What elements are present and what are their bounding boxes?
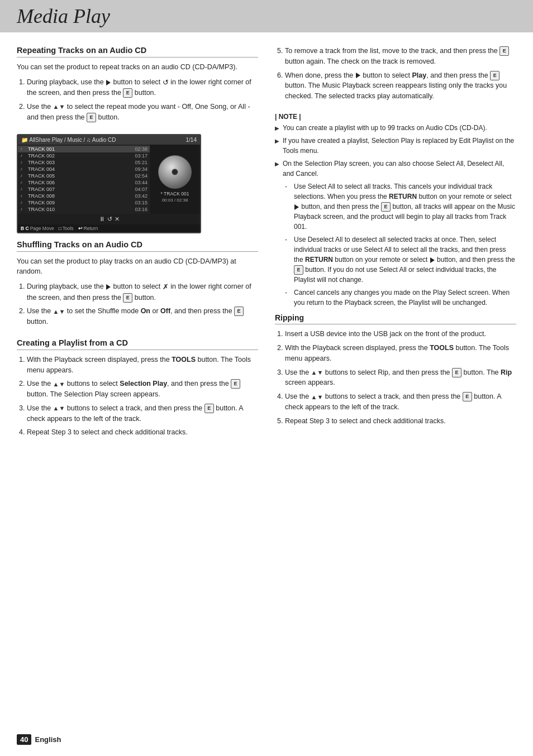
enter-button-icon2: E [87, 113, 96, 122]
track-icon: ♪ [20, 180, 27, 185]
note-bullet: ▶ [275, 137, 283, 145]
note-text: If you have created a playlist, Selectio… [283, 136, 516, 156]
updown-icon: ▲▼ [53, 404, 65, 413]
note-sub-item: - Cancel cancels any changes you made on… [285, 288, 516, 308]
main-content: Repeating Tracks on an Audio CD You can … [0, 32, 533, 466]
track-time: 04:07 [135, 186, 147, 192]
enter-button-icon: E [204, 404, 214, 413]
screen-nav-move: B C Page Move [21, 226, 54, 231]
enter-button-icon: E [123, 293, 132, 303]
section-playlist-steps: With the Playback screen displayed, pres… [17, 355, 258, 438]
screen-nav-return: ↩ Return [78, 226, 98, 231]
track-time: 09:34 [135, 166, 147, 172]
dash: - [285, 235, 294, 245]
screen-body: ♪ TRACK 001 02:38 ♪ TRACK 002 03:17 ♪ TR… [18, 145, 200, 214]
screen-topbar: 📁 AllShare Play / Music / ♫ Audio CD 1/1… [18, 135, 200, 145]
note-text: You can create a playlist with up to 99 … [283, 123, 487, 133]
step-item: Use the ▲▼ buttons to select a track, an… [285, 391, 516, 413]
track-time: 03:15 [135, 200, 147, 205]
step-item: Use the ▲▼ buttons to select a track, an… [27, 403, 258, 424]
screen-controls: ⏸ ↺ ✕ [18, 214, 200, 224]
note-item: ▶ On the Selection Play screen, you can … [275, 159, 516, 179]
track-row: ♪ TRACK 001 02:38 [18, 146, 150, 152]
track-row: ♪ TRACK 005 02:54 [18, 173, 150, 179]
header-bar: Media Play [0, 0, 533, 32]
play-icon [294, 204, 299, 210]
step-item: Repeat Step 3 to select and check additi… [285, 416, 516, 427]
right-column: To remove a track from the list, move to… [275, 46, 516, 449]
note-label: | NOTE | [275, 113, 516, 121]
enter-button-icon: E [452, 368, 461, 377]
track-time: 03:44 [135, 180, 147, 185]
track-icon: ♪ [20, 173, 27, 178]
step-item: During playback, use the button to selec… [27, 77, 258, 98]
track-time: 02:54 [135, 173, 147, 179]
step-item: Use the ▲▼ buttons to select Selection P… [27, 379, 258, 400]
section-shuffling-intro: You can set the product to play tracks o… [17, 256, 258, 277]
play-icon [430, 257, 435, 263]
track-icon: ♪ [20, 146, 27, 151]
note-bullet: ▶ [275, 124, 283, 132]
track-name: TRACK 003 [28, 160, 135, 165]
note-bullet: ▶ [275, 160, 283, 168]
repeat-icon: ↺ [163, 78, 169, 87]
repeat-button: ↺ [107, 216, 112, 223]
enter-button-icon: E [490, 71, 499, 80]
section-shuffling-title: Shuffling Tracks on an Audio CD [17, 240, 258, 252]
note-item: ▶ You can create a playlist with up to 9… [275, 123, 516, 133]
left-column: Repeating Tracks on an Audio CD You can … [17, 46, 258, 449]
section-shuffling-steps: During playback, use the button to selec… [17, 281, 258, 327]
track-name: TRACK 007 [28, 186, 135, 192]
track-icon: ♪ [20, 193, 27, 198]
note-sub-text: Use Deselect All to deselect all selecte… [294, 235, 516, 285]
track-row: ♪ TRACK 007 04:07 [18, 186, 150, 193]
note-sub-item: - Use Deselect All to deselect all selec… [285, 235, 516, 285]
screen-tracklist: ♪ TRACK 001 02:38 ♪ TRACK 002 03:17 ♪ TR… [18, 145, 150, 214]
screen-nav-tools: □ Tools [59, 226, 74, 231]
screen-progress: 00:03 / 02:38 [162, 198, 188, 203]
enter-button-icon: E [381, 202, 391, 212]
note-sub-text: Use Select All to select all tracks. Thi… [294, 181, 516, 232]
track-row: ♪ TRACK 006 03:44 [18, 179, 150, 186]
note-sub: - Use Select All to select all tracks. T… [285, 181, 516, 308]
step-item: Use the ▲▼ buttons to select Rip, and th… [285, 367, 516, 389]
screen-topbar-right: 1/14 [186, 137, 197, 143]
enter-button-icon: E [499, 46, 509, 56]
step-item: Insert a USB device into the USB jack on… [285, 329, 516, 339]
play-icon [106, 284, 111, 290]
section-repeating-steps: During playback, use the button to selec… [17, 77, 258, 123]
track-name: TRACK 001 [28, 146, 135, 152]
section-repeating-intro: You can set the product to repeat tracks… [17, 62, 258, 73]
play-icon [356, 73, 360, 78]
page-number: 40 [17, 734, 31, 745]
enter-button-icon: E [463, 392, 472, 401]
section-ripping-steps: Insert a USB device into the USB jack on… [275, 329, 516, 426]
steps-continued-list: To remove a track from the list, move to… [275, 46, 516, 102]
section-ripping-title: Ripping [275, 313, 516, 324]
track-time: 03:16 [135, 207, 147, 212]
enter-button-icon2: E [234, 307, 244, 316]
section-repeating: Repeating Tracks on an Audio CD You can … [17, 46, 258, 123]
track-row: ♪ TRACK 002 03:17 [18, 152, 150, 159]
shuffle-icon: ✗ [163, 283, 169, 291]
step-item: During playback, use the button to selec… [27, 281, 258, 303]
track-name: TRACK 009 [28, 200, 135, 205]
enter-button-icon: E [294, 265, 303, 275]
track-time: 02:38 [135, 146, 147, 152]
track-row: ♪ TRACK 004 09:34 [18, 166, 150, 173]
enter-button-icon: E [123, 88, 132, 98]
track-name: TRACK 008 [28, 193, 135, 199]
track-icon: ♪ [20, 160, 27, 165]
section-playlist: Creating a Playlist from a CD With the P… [17, 338, 258, 438]
track-icon: ♪ [20, 166, 27, 171]
dash: - [285, 288, 294, 298]
pause-button: ⏸ [99, 216, 105, 222]
updown-icon: ▲▼ [53, 102, 65, 112]
footer-language: English [35, 735, 61, 744]
track-name: TRACK 010 [28, 207, 135, 212]
note-block: | NOTE | ▶ You can create a playlist wit… [275, 113, 516, 308]
step-item: When done, press the button to select Pl… [285, 70, 516, 102]
step-item: Use the ▲▼ to select the repeat mode you… [27, 102, 258, 123]
updown-icon: ▲▼ [311, 393, 323, 402]
dash: - [285, 181, 294, 192]
